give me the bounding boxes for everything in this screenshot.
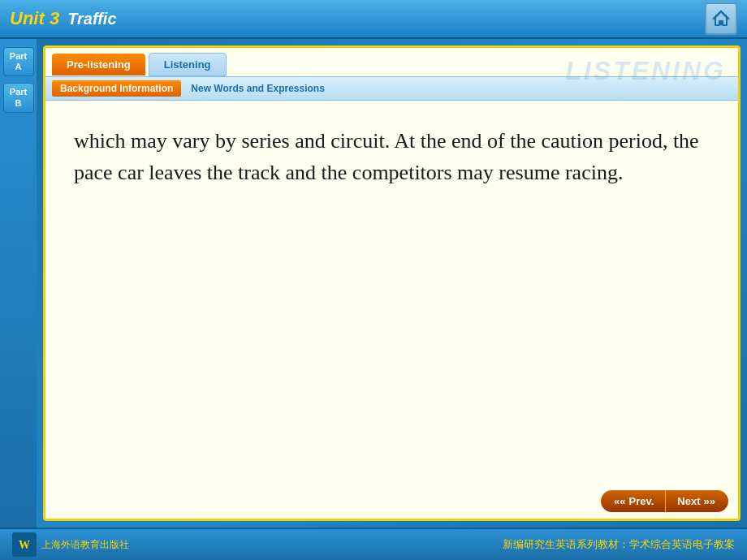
footer: W 上海外语教育出版社 新编研究生英语系列教材：学术综合英语电子教案 <box>0 528 747 560</box>
unit-subtitle: Traffic <box>67 10 116 28</box>
footer-logo-text: 上海外语教育出版社 <box>41 538 129 552</box>
sidebar: Part A Part B <box>0 39 37 528</box>
prev-button[interactable]: «« Prev. <box>601 490 665 512</box>
sidebar-item-part-b[interactable]: Part B <box>3 83 34 112</box>
nav-buttons: «« Prev. Next »» <box>45 483 738 519</box>
main-paragraph: which may vary by series and circuit. At… <box>74 125 710 188</box>
footer-right-text: 新编研究生英语系列教材：学术综合英语电子教案 <box>503 537 735 552</box>
next-arrow-icon: »» <box>704 495 715 507</box>
home-icon <box>711 9 731 28</box>
text-content: which may vary by series and circuit. At… <box>45 101 738 483</box>
main-layout: Part A Part B Pre-listening Listening LI… <box>0 39 747 528</box>
home-button[interactable] <box>705 2 737 35</box>
sidebar-item-part-b-label: Part <box>6 87 32 97</box>
subtab-newwords[interactable]: New Words and Expressions <box>183 80 333 97</box>
prev-label: Prev. <box>629 495 654 507</box>
header: Unit 3 Traffic <box>0 0 747 39</box>
tab-listening[interactable]: Listening <box>149 53 227 76</box>
sidebar-item-part-b-label2: B <box>6 98 32 109</box>
publisher-logo-icon: W <box>12 532 37 557</box>
card: Pre-listening Listening LISTENING Backgr… <box>43 45 741 521</box>
sidebar-item-part-a-label: Part <box>6 51 32 62</box>
next-label: Next <box>677 495 700 507</box>
svg-text:W: W <box>19 539 30 551</box>
footer-logo: W 上海外语教育出版社 <box>12 532 129 557</box>
subtab-background[interactable]: Background Information <box>52 80 181 97</box>
unit-label: Unit 3 <box>10 8 59 29</box>
content-area: Pre-listening Listening LISTENING Backgr… <box>37 39 747 528</box>
prev-arrow-icon: «« <box>614 495 625 507</box>
tab-row: Pre-listening Listening <box>45 48 738 76</box>
next-button[interactable]: Next »» <box>666 490 728 512</box>
sidebar-item-part-a-label2: A <box>6 62 32 72</box>
tab-prelistening[interactable]: Pre-listening <box>52 54 145 75</box>
sidebar-item-part-a[interactable]: Part A <box>3 47 34 76</box>
header-title: Unit 3 Traffic <box>10 8 117 29</box>
subtab-row: Background Information New Words and Exp… <box>45 76 738 101</box>
svg-rect-0 <box>719 21 723 25</box>
